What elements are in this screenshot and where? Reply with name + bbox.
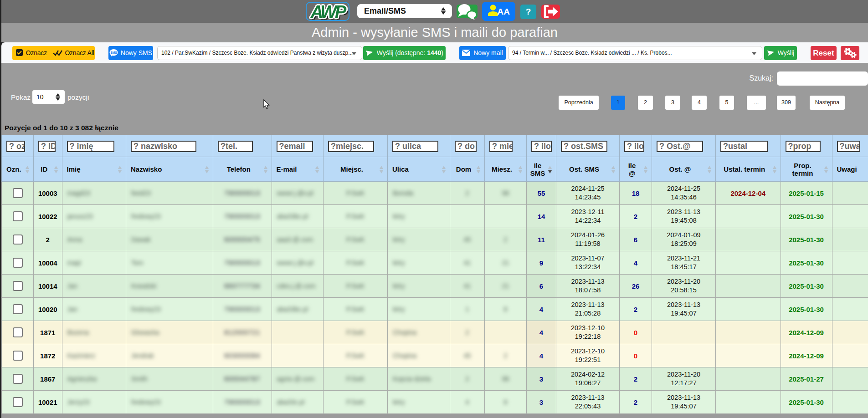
svg-text:SMS: SMS <box>110 51 117 54</box>
